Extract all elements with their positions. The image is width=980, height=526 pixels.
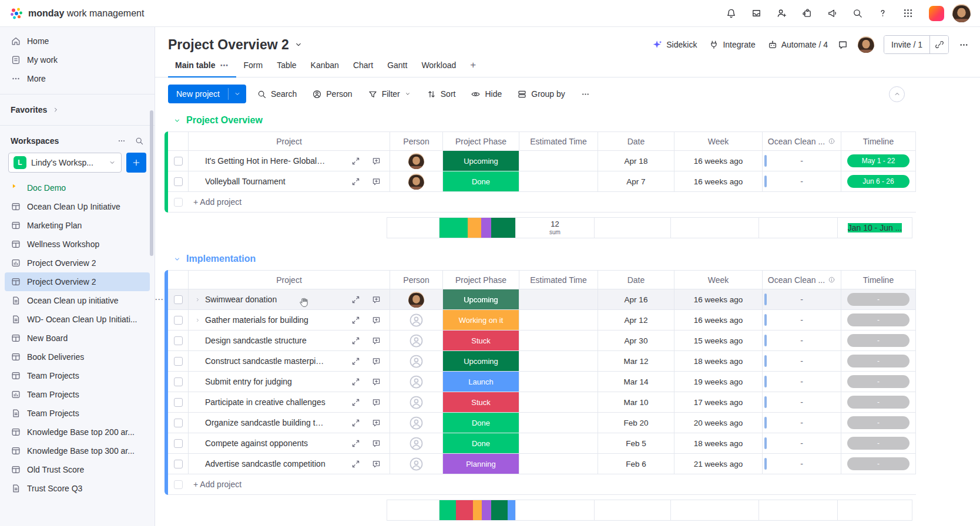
collapse-header-button[interactable] [889, 86, 905, 102]
add-update-icon[interactable] [371, 356, 381, 366]
row-menu-button[interactable]: ⋯ [155, 294, 164, 305]
date-cell[interactable]: Apr 12 [598, 310, 674, 331]
row-checkbox[interactable] [174, 460, 183, 468]
date-cell[interactable]: Apr 30 [598, 331, 674, 351]
sidebar-item-doc-demo[interactable]: Doc Demo [5, 178, 150, 197]
row-checkbox[interactable] [174, 336, 183, 345]
expand-subitems-icon[interactable] [194, 296, 202, 303]
sidebar-item-knowledge-base-top-300-ar[interactable]: Knowledge Base top 300 ar... [5, 441, 150, 460]
add-update-icon[interactable] [371, 397, 381, 407]
sidebar-item-team-projects[interactable]: Team Projects [5, 404, 150, 423]
person-cell[interactable] [390, 351, 443, 372]
estimated-time-cell[interactable] [519, 372, 598, 392]
invite-members-icon[interactable] [776, 8, 787, 19]
timeline-cell[interactable]: May 1 - 22 [841, 151, 916, 171]
sidebar-item-team-projects[interactable]: Team Projects [5, 366, 150, 385]
phase-cell[interactable]: Launch [443, 372, 519, 392]
add-update-icon[interactable] [371, 315, 381, 325]
timeline-cell[interactable]: - [841, 454, 916, 474]
week-cell[interactable]: 21 weeks ago [674, 454, 763, 474]
project-cell[interactable]: Organize sandcastle building team [189, 413, 390, 433]
column-header-week[interactable]: Week [674, 132, 763, 151]
week-cell[interactable]: 18 weeks ago [674, 433, 763, 454]
header-action-sidekick[interactable]: Sidekick [652, 39, 697, 50]
row-checkbox[interactable] [174, 377, 183, 386]
column-header-date[interactable]: Date [598, 132, 674, 151]
add-board-button[interactable] [126, 153, 146, 173]
tab-workload[interactable]: Workload [414, 54, 463, 77]
date-cell[interactable]: Mar 10 [598, 392, 674, 413]
column-header-person[interactable]: Person [390, 132, 443, 151]
column-header-estimated-time[interactable]: Estimated Time [519, 132, 598, 151]
project-cell[interactable]: Volleyball Tournament [189, 171, 390, 192]
add-project-row[interactable]: + Add project [168, 192, 916, 213]
ocean-cell[interactable]: - [763, 151, 841, 171]
search-button[interactable]: Search [251, 85, 303, 103]
person-cell[interactable] [390, 413, 443, 433]
week-cell[interactable]: 20 weeks ago [674, 413, 763, 433]
product-badge[interactable] [929, 6, 944, 21]
date-cell[interactable]: Mar 14 [598, 372, 674, 392]
estimated-time-cell[interactable] [519, 392, 598, 413]
ocean-cell[interactable]: - [763, 171, 841, 192]
phase-cell[interactable]: Stuck [443, 331, 519, 351]
row-checkbox[interactable] [174, 419, 183, 427]
sidebar-item-knowledge-base-top-200-ar[interactable]: Knowledge Base top 200 ar... [5, 423, 150, 441]
open-item-icon[interactable] [351, 418, 361, 428]
phase-distribution-bar[interactable] [439, 218, 515, 238]
open-item-icon[interactable] [351, 459, 361, 469]
person-cell[interactable] [390, 151, 443, 171]
add-update-icon[interactable] [371, 459, 381, 469]
sidebar-item-book-deliveries[interactable]: Book Deliveries [5, 348, 150, 366]
tab-gantt[interactable]: Gantt [380, 54, 414, 77]
phase-cell[interactable]: Done [443, 413, 519, 433]
date-cell[interactable]: Apr 7 [598, 171, 674, 192]
sidebar-item-ocean-clean-up-initiative[interactable]: Ocean Clean Up Initiative [5, 197, 150, 216]
tab-form[interactable]: Form [236, 54, 270, 77]
group-by-button[interactable]: Group by [511, 85, 571, 103]
date-cell[interactable]: Feb 5 [598, 433, 674, 454]
open-item-icon[interactable] [351, 315, 361, 325]
sidebar-item-team-projects[interactable]: Team Projects [5, 385, 150, 404]
week-cell[interactable]: 16 weeks ago [674, 310, 763, 331]
week-cell[interactable]: 16 weeks ago [674, 151, 763, 171]
estimated-time-cell[interactable] [519, 351, 598, 372]
project-cell[interactable]: Construct sandcastle masterpiece [189, 351, 390, 372]
person-cell[interactable] [390, 454, 443, 474]
open-item-icon[interactable] [351, 397, 361, 407]
timeline-cell[interactable]: - [841, 372, 916, 392]
estimated-time-cell[interactable] [519, 433, 598, 454]
project-cell[interactable]: Participate in creative challenges [189, 392, 390, 413]
add-update-icon[interactable] [371, 177, 381, 187]
sidebar-item-marketing-plan[interactable]: Marketing Plan [5, 216, 150, 235]
estimated-time-cell[interactable] [519, 151, 598, 171]
info-icon[interactable] [828, 276, 835, 284]
person-cell[interactable] [390, 372, 443, 392]
copy-link-button[interactable] [929, 36, 948, 53]
header-action-automate-4[interactable]: Automate / 4 [767, 39, 828, 50]
phase-cell[interactable]: Done [443, 433, 519, 454]
estimated-time-cell[interactable] [519, 413, 598, 433]
ocean-cell[interactable]: - [763, 331, 841, 351]
ocean-cell[interactable]: - [763, 351, 841, 372]
add-project-row[interactable]: + Add project [168, 474, 916, 495]
week-cell[interactable]: 15 weeks ago [674, 331, 763, 351]
person-cell[interactable] [390, 310, 443, 331]
apps-marketplace-icon[interactable] [801, 8, 813, 19]
open-item-icon[interactable] [351, 439, 361, 449]
ocean-cell[interactable]: - [763, 310, 841, 331]
phase-cell[interactable]: Stuck [443, 392, 519, 413]
column-header-project[interactable]: Project [189, 270, 390, 289]
estimated-time-cell[interactable] [519, 331, 598, 351]
collapse-group-icon[interactable] [173, 116, 182, 125]
project-cell[interactable]: Submit entry for judging [189, 372, 390, 392]
person-cell[interactable] [390, 433, 443, 454]
inbox-icon[interactable] [751, 8, 762, 19]
open-item-icon[interactable] [351, 356, 361, 366]
project-cell[interactable]: Swimwear donation [189, 289, 390, 310]
expand-subitems-icon[interactable] [194, 317, 202, 323]
sidebar-item-home[interactable]: Home [5, 32, 150, 50]
column-header-project-phase[interactable]: Project Phase [443, 270, 519, 289]
open-item-icon[interactable] [351, 156, 361, 166]
user-avatar[interactable] [952, 4, 971, 22]
